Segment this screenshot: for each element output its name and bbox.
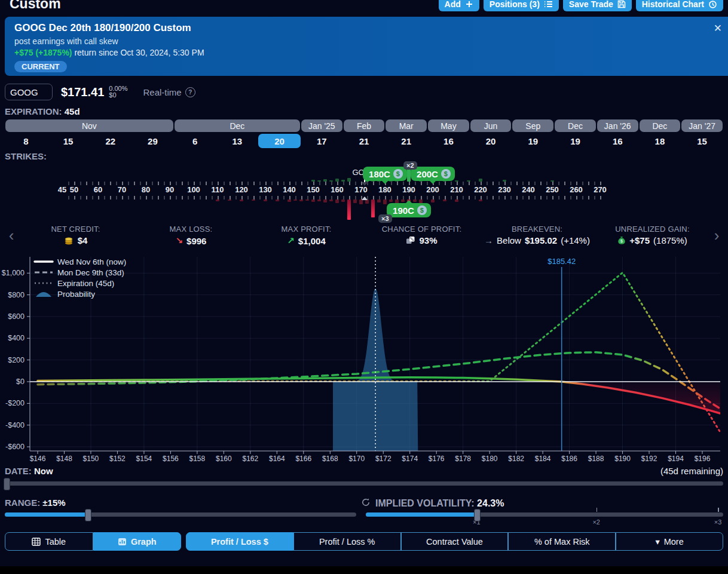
strike-tick (373, 182, 374, 185)
quantity-tag: ×2 (403, 161, 417, 170)
month-pill-feb[interactable]: Feb (344, 119, 385, 132)
strike-label-230: 230 (498, 185, 511, 194)
moneybag-icon: $ (617, 236, 626, 245)
month-pill-jan25[interactable]: Jan '25 (301, 119, 342, 132)
stat-chance-of-profit: CHANCE OF PROFIT:93% (364, 225, 479, 246)
ticker-input[interactable] (5, 84, 53, 100)
tab-more[interactable]: ▾More (616, 532, 723, 551)
expiration-day-dec-13[interactable]: 13 (216, 134, 259, 148)
expiration-day-nov-22[interactable]: 22 (89, 134, 131, 148)
put-volume-bar (276, 199, 279, 201)
month-pill-nov[interactable]: Nov (5, 119, 173, 132)
strike-tick (540, 196, 542, 199)
trade-card[interactable]: GOOG Dec 20th 180/190/200 Custom post ea… (5, 17, 728, 76)
strike-tick (206, 196, 207, 199)
header-button-historical-chart[interactable]: Historical Chart (636, 0, 723, 11)
strike-tick (570, 182, 571, 185)
strikes-axis[interactable]: 4550607080901001101201301401501601701801… (5, 165, 723, 225)
month-pill-may[interactable]: May (428, 119, 469, 132)
view-tabs: TableGraph (5, 532, 181, 551)
expiration-month-group: Dec19 (554, 119, 597, 148)
strike-tick (259, 196, 261, 199)
day-row: 21 (385, 132, 427, 148)
strike-tick (176, 182, 177, 185)
strike-tick (564, 182, 565, 185)
help-icon[interactable]: ? (185, 87, 195, 97)
put-volume-bar (335, 199, 339, 203)
expiration-day-sep-19[interactable]: 19 (512, 134, 554, 148)
call-volume-bar (503, 180, 506, 182)
tab-profit-loss-%[interactable]: Profit / Loss % (293, 532, 401, 551)
expiration-day-dec-6[interactable]: 6 (174, 134, 216, 148)
expiration-day-dec-19[interactable]: 19 (554, 134, 597, 148)
tab-%-of-max-risk[interactable]: % of Max Risk (508, 532, 616, 551)
strike-tick (582, 182, 583, 185)
strike-tick (391, 182, 392, 185)
strike-badge-180c[interactable]: 180C$ (363, 167, 407, 181)
y-axis-label: -$600 (5, 443, 25, 451)
reset-icon[interactable] (361, 498, 371, 509)
expiration-day-nov-15[interactable]: 15 (47, 134, 90, 148)
header-button-positions-3-[interactable]: Positions (3) (484, 0, 559, 11)
slider-thumb[interactable] (474, 509, 481, 521)
close-icon[interactable]: ✕ (710, 22, 726, 35)
expiration-day-nov-8[interactable]: 8 (5, 134, 47, 148)
expiration-day-jan26-16[interactable]: 16 (597, 134, 639, 148)
chevron-left-icon[interactable]: ‹ (5, 223, 18, 247)
month-pill-sep[interactable]: Sep (512, 119, 553, 132)
date-slider[interactable] (5, 481, 723, 486)
strike-badge-190c[interactable]: 190C$×3 (387, 203, 431, 217)
tab-label: % of Max Risk (534, 537, 590, 547)
stat-value: ↗$1,004 (249, 235, 364, 246)
expiration-day-dec-20[interactable]: 20 (258, 134, 301, 148)
slider-thumb[interactable] (4, 478, 10, 490)
expiration-day-jun-20[interactable]: 20 (470, 134, 512, 148)
month-pill-jan26[interactable]: Jan '26 (597, 119, 638, 132)
tab-contract-value[interactable]: Contract Value (401, 532, 509, 551)
strike-tick (122, 196, 123, 199)
expiration-day-mar-21[interactable]: 21 (385, 134, 427, 148)
dollar-icon: $ (417, 205, 427, 215)
coins-icon (64, 236, 74, 245)
strike-tick (487, 182, 488, 185)
month-pill-dec[interactable]: Dec (640, 119, 681, 132)
header-button-save-trade[interactable]: Save Trade (563, 0, 632, 11)
y-axis-label: $1,000 (2, 269, 25, 277)
tab-profit-loss-$[interactable]: Profit / Loss $ (186, 532, 293, 551)
expiration-day-nov-29[interactable]: 29 (131, 134, 174, 148)
header-button-add[interactable]: Add (439, 0, 479, 11)
expiration-day-jan27-15[interactable]: 15 (681, 134, 723, 148)
month-pill-jun[interactable]: Jun (470, 119, 512, 132)
badge-label: 200C (417, 169, 438, 179)
strike-tick (415, 182, 416, 185)
month-pill-dec[interactable]: Dec (555, 119, 596, 132)
month-pill-dec[interactable]: Dec (175, 119, 300, 132)
iv-slider[interactable]: ×1×2×3 (366, 512, 723, 517)
stat-value-main: $996 (186, 236, 206, 246)
x-axis-label: $166 (295, 455, 311, 463)
slider-thumb[interactable] (85, 509, 91, 521)
expiration-day-dec-18[interactable]: 18 (639, 134, 681, 148)
slider-fill (366, 512, 476, 517)
strike-tick (349, 182, 350, 185)
chevron-right-icon[interactable]: › (710, 223, 723, 247)
month-pill-jan27[interactable]: Jan '27 (681, 119, 723, 132)
strike-tick (457, 182, 458, 185)
strike-tick (235, 196, 237, 199)
expiration-day-jan25-17[interactable]: 17 (301, 134, 343, 148)
strike-tick (247, 196, 249, 199)
payoff-chart[interactable]: $185.42$1,000$800$600$400$200$0-$200-$40… (0, 254, 728, 463)
expiration-day-feb-21[interactable]: 21 (343, 134, 386, 148)
month-pill-mar[interactable]: Mar (386, 119, 427, 132)
range-slider[interactable] (5, 512, 356, 517)
strike-tick (564, 196, 565, 199)
strike-label-250: 250 (546, 185, 559, 194)
tab-graph[interactable]: Graph (93, 532, 182, 551)
expiration-month-group: Jun20 (470, 119, 512, 148)
slider-fill (5, 512, 87, 517)
strike-badge-200c[interactable]: 200C$×2 (411, 167, 455, 181)
expiration-day-may-16[interactable]: 16 (427, 134, 470, 148)
tab-table[interactable]: Table (5, 532, 93, 551)
strike-label-140: 140 (283, 185, 296, 194)
strike-label-220: 220 (474, 185, 487, 194)
